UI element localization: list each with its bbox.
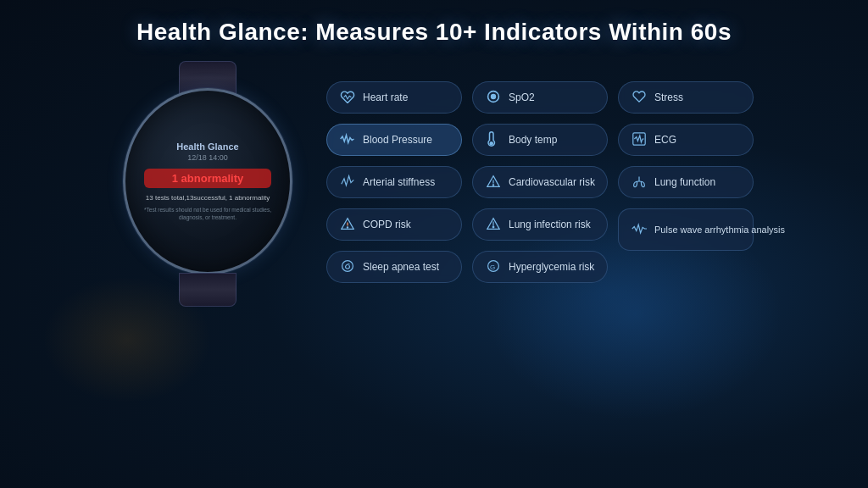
body-temp-label: Body temp	[509, 134, 557, 146]
svg-point-13	[342, 260, 353, 271]
svg-point-9	[347, 226, 348, 227]
indicator-sleep-apnea: Sleep apnea test	[326, 251, 462, 283]
indicator-spo2: SpO2	[472, 81, 608, 114]
heart-rate-icon	[339, 90, 356, 106]
lung-function-icon	[631, 175, 648, 191]
indicator-hyperglycemia-risk: G Hyperglycemia risk	[472, 251, 608, 283]
watch-status: 1 abnormality	[151, 172, 264, 185]
lung-infection-risk-icon	[485, 217, 502, 233]
indicator-copd-risk: COPD risk	[326, 208, 462, 241]
spo2-label: SpO2	[509, 92, 535, 103]
indicators-grid: Heart rate SpO2 Stress	[326, 81, 754, 286]
heart-rate-label: Heart rate	[363, 92, 408, 103]
indicator-lung-function: Lung function	[618, 166, 754, 198]
stress-icon	[631, 90, 648, 106]
cardiovascular-risk-icon	[485, 175, 502, 191]
indicator-stress: Stress	[618, 81, 754, 114]
svg-point-12	[492, 226, 494, 228]
watch-face: Health Glance 12/18 14:00 1 abnormality …	[123, 88, 292, 274]
cardiovascular-risk-label: Cardiovascular risk	[509, 176, 595, 188]
ecg-label: ECG	[654, 134, 676, 146]
indicator-lung-infection-risk: Lung infection risk	[472, 208, 608, 241]
svg-text:G: G	[490, 263, 495, 271]
spo2-icon	[485, 90, 502, 106]
svg-point-2	[490, 141, 494, 146]
arterial-stiffness-label: Arterial stiffness	[363, 176, 435, 188]
hyperglycemia-risk-label: Hyperglycemia risk	[509, 261, 594, 273]
watch-datetime: 12/18 14:00	[144, 153, 271, 162]
watch-band-bottom	[179, 273, 236, 307]
sleep-apnea-label: Sleep apnea test	[363, 261, 439, 273]
ecg-icon	[631, 132, 648, 148]
watch-disclaimer: *Test results should not be used for med…	[144, 207, 271, 221]
watch-container: Health Glance 12/18 14:00 1 abnormality …	[114, 61, 301, 307]
arterial-stiffness-icon	[339, 175, 356, 191]
content-area: Health Glance 12/18 14:00 1 abnormality …	[0, 61, 868, 307]
watch-details: 13 tests total,13successful, 1 abnormali…	[144, 193, 271, 202]
lung-function-label: Lung function	[654, 176, 715, 188]
blood-pressure-icon	[339, 133, 356, 147]
blood-pressure-label: Blood Pressure	[363, 134, 432, 146]
indicator-cardiovascular-risk: Cardiovascular risk	[472, 166, 608, 198]
svg-point-6	[492, 184, 493, 185]
copd-risk-icon	[339, 217, 356, 233]
pulse-wave-label: Pulse wave arrhythmia analysis	[654, 224, 785, 236]
lung-infection-risk-label: Lung infection risk	[509, 219, 591, 230]
indicator-arterial-stiffness: Arterial stiffness	[326, 166, 462, 198]
indicator-pulse-wave: Pulse wave arrhythmia analysis	[618, 208, 754, 251]
svg-point-1	[492, 94, 496, 98]
copd-risk-label: COPD risk	[363, 219, 411, 230]
body-temp-icon	[485, 131, 502, 149]
page-title: Health Glance: Measures 10+ Indicators W…	[0, 0, 868, 61]
hyperglycemia-risk-icon: G	[485, 259, 502, 275]
watch-abnormality-badge: 1 abnormality	[144, 169, 271, 188]
indicator-ecg: ECG	[618, 124, 754, 156]
watch-brand: Health Glance	[144, 141, 271, 152]
indicator-body-temp: Body temp	[472, 124, 608, 156]
indicator-blood-pressure: Blood Pressure	[326, 124, 462, 156]
indicator-heart-rate: Heart rate	[326, 81, 462, 114]
sleep-apnea-icon	[339, 259, 356, 275]
watch-screen: Health Glance 12/18 14:00 1 abnormality …	[144, 141, 271, 221]
stress-label: Stress	[654, 92, 683, 103]
pulse-wave-icon	[631, 222, 648, 238]
